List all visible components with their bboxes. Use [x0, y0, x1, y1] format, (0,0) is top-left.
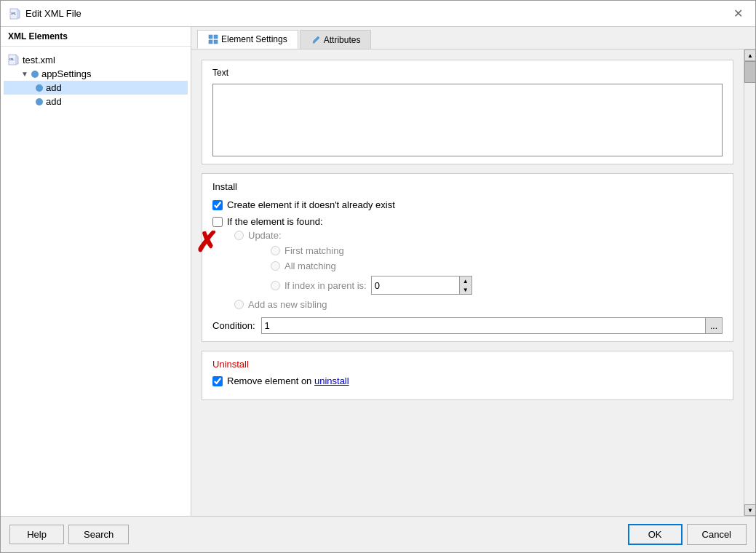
- add-sibling-row: Add as new sibling: [234, 299, 723, 310]
- tab-attributes-label: Attributes: [324, 35, 361, 45]
- index-input-wrapper: ▲ ▼: [371, 276, 472, 295]
- text-area-wrapper: [212, 84, 723, 156]
- attributes-tab-icon: [311, 35, 321, 45]
- index-input[interactable]: [372, 276, 459, 294]
- xml-elements-title: XML Elements: [1, 27, 191, 47]
- leaf-dot-icon-2: [36, 98, 43, 106]
- right-content-wrapper: Text ✗ Install Create element i: [191, 49, 755, 516]
- install-title: Install: [212, 181, 723, 192]
- update-radio[interactable]: [234, 231, 244, 240]
- close-button[interactable]: ✕: [729, 5, 747, 23]
- xml-file-icon: XML: [9, 8, 21, 20]
- create-element-checkbox[interactable]: [212, 200, 223, 210]
- condition-label: Condition:: [212, 320, 255, 331]
- ok-button[interactable]: OK: [628, 524, 683, 545]
- remove-label-before: Remove element on: [227, 375, 314, 386]
- update-label: Update:: [248, 230, 282, 241]
- remove-element-label: Remove element on uninstall: [227, 375, 349, 386]
- tabs-row: Element Settings Attributes: [191, 27, 755, 49]
- tree-item-add-1[interactable]: add: [4, 81, 188, 95]
- spinner-down-btn[interactable]: ▼: [460, 285, 471, 294]
- if-found-checkbox[interactable]: [212, 217, 223, 227]
- condition-input[interactable]: [262, 318, 705, 333]
- cancel-button[interactable]: Cancel: [687, 524, 747, 545]
- svg-marker-8: [313, 36, 319, 43]
- add-sibling-label: Add as new sibling: [248, 299, 327, 310]
- xml-file-tree-icon: XML: [8, 54, 20, 65]
- if-index-row: If index in parent is: ▲ ▼: [271, 276, 723, 295]
- help-button[interactable]: Help: [9, 525, 64, 544]
- footer-right: OK Cancel: [628, 524, 747, 545]
- create-element-label[interactable]: Create element if it doesn't already exi…: [227, 199, 395, 210]
- footer: Help Search OK Cancel: [1, 516, 755, 552]
- first-matching-radio[interactable]: [271, 246, 280, 255]
- dialog: XML Edit XML File ✕ XML Elements XML tes…: [0, 0, 756, 553]
- uninstall-link[interactable]: uninstall: [314, 375, 349, 386]
- uninstall-title: Uninstall: [212, 359, 723, 370]
- left-panel: XML Elements XML test.xml ▼ appSettings: [1, 27, 191, 516]
- if-index-label: If index in parent is:: [285, 280, 367, 291]
- element-settings-tab-icon: [208, 34, 218, 44]
- scrollbar-up-arrow[interactable]: ▲: [744, 49, 755, 61]
- node-dot-icon: [31, 71, 39, 78]
- chevron-down-icon: ▼: [21, 70, 28, 78]
- sub-options: Update: First matching: [212, 230, 723, 310]
- title-bar: XML Edit XML File ✕: [1, 1, 755, 27]
- remove-element-checkbox[interactable]: [212, 376, 223, 386]
- tree-item-testxml-label: test.xml: [23, 55, 55, 65]
- svg-rect-6: [209, 40, 212, 44]
- update-row: Update:: [234, 230, 723, 241]
- scrollbar-thumb[interactable]: [744, 61, 755, 83]
- condition-browse-button[interactable]: ...: [705, 318, 722, 333]
- svg-text:XML: XML: [11, 12, 17, 15]
- if-found-label[interactable]: If the element is found:: [227, 216, 323, 227]
- condition-row: Condition: ...: [212, 317, 723, 334]
- footer-left: Help Search: [9, 525, 129, 544]
- dialog-title: Edit XML File: [25, 8, 81, 19]
- svg-rect-4: [209, 35, 212, 39]
- svg-text:XML: XML: [9, 57, 15, 61]
- tree-item-appsettings-label: appSettings: [41, 68, 92, 79]
- create-element-row: Create element if it doesn't already exi…: [212, 199, 723, 210]
- scrollbar-track: ▲ ▼: [744, 49, 755, 516]
- svg-rect-7: [214, 40, 218, 44]
- first-matching-label: First matching: [285, 245, 344, 256]
- search-button[interactable]: Search: [68, 525, 129, 544]
- all-matching-label: All matching: [285, 260, 336, 271]
- spinner-buttons: ▲ ▼: [459, 276, 471, 294]
- tree-item-testxml[interactable]: XML test.xml: [4, 52, 188, 67]
- x-mark-decoration: ✗: [195, 226, 218, 258]
- title-bar-left: XML Edit XML File: [9, 8, 81, 20]
- uninstall-section: Uninstall Remove element on uninstall: [202, 351, 733, 400]
- leaf-dot-icon-1: [36, 84, 43, 92]
- tree-item-add-1-label: add: [46, 82, 62, 93]
- install-section: ✗ Install Create element if it doesn't a…: [202, 173, 733, 342]
- tree-area: XML test.xml ▼ appSettings add: [1, 47, 191, 516]
- all-matching-radio[interactable]: [271, 261, 280, 271]
- spinner-up-btn[interactable]: ▲: [460, 276, 471, 285]
- condition-input-wrapper: ...: [261, 317, 723, 334]
- if-index-radio[interactable]: [271, 281, 280, 290]
- text-input[interactable]: [213, 84, 722, 154]
- tree-item-add-2[interactable]: add: [4, 95, 188, 108]
- sub-sub-options: First matching All matching: [234, 245, 723, 295]
- first-matching-row: First matching: [271, 245, 723, 256]
- remove-element-row: Remove element on uninstall: [212, 375, 723, 386]
- tab-attributes[interactable]: Attributes: [300, 30, 372, 49]
- right-content: Text ✗ Install Create element i: [191, 49, 744, 516]
- tab-element-settings-label: Element Settings: [221, 34, 287, 44]
- tree-item-add-2-label: add: [46, 96, 62, 107]
- svg-rect-5: [214, 35, 218, 39]
- if-found-row: If the element is found:: [212, 216, 723, 227]
- tree-item-appsettings[interactable]: ▼ appSettings: [4, 67, 188, 81]
- right-panel: Element Settings Attributes Text: [191, 27, 755, 516]
- add-sibling-radio[interactable]: [234, 300, 244, 309]
- text-section: Text: [202, 60, 733, 164]
- all-matching-row: All matching: [271, 260, 723, 271]
- tab-element-settings[interactable]: Element Settings: [197, 30, 298, 49]
- content-area: XML Elements XML test.xml ▼ appSettings: [1, 27, 755, 516]
- text-section-label: Text: [212, 68, 723, 78]
- scrollbar-down-arrow[interactable]: ▼: [744, 504, 755, 516]
